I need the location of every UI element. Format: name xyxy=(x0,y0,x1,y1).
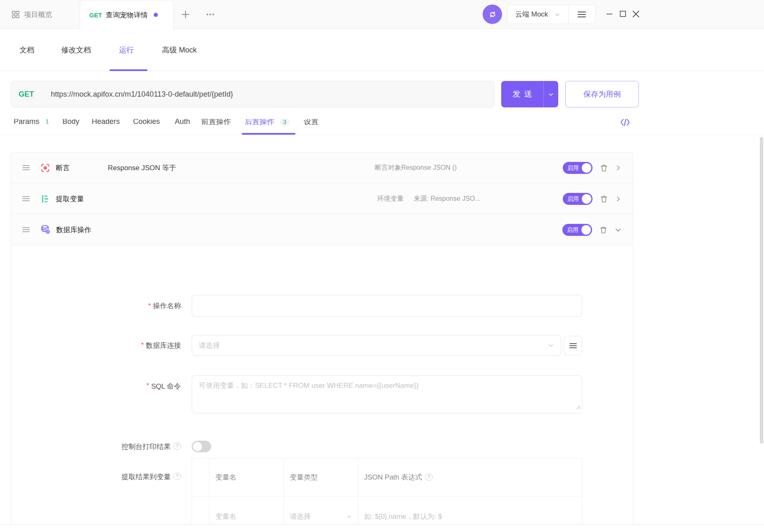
maximize-button[interactable] xyxy=(618,9,627,18)
enable-toggle-label: 启用 xyxy=(567,226,578,234)
minimize-button[interactable] xyxy=(605,9,614,18)
step-title: 断言 xyxy=(56,163,70,173)
drag-handle-icon[interactable] xyxy=(22,226,30,233)
url-input-group[interactable]: GET https://mock.apifox.cn/m1/1040113-0-… xyxy=(11,81,495,107)
project-overview-tab[interactable]: 项目概览 xyxy=(12,0,52,29)
request-tab-title: 查询宠物详情 xyxy=(106,10,148,20)
close-button[interactable] xyxy=(631,9,641,19)
required-marker: * xyxy=(146,382,149,390)
sql-label: SQL 命令 xyxy=(151,382,181,391)
toggle-knob xyxy=(582,163,591,173)
chevron-down-icon[interactable] xyxy=(554,11,561,18)
method-label[interactable]: GET xyxy=(19,90,44,99)
form-row-db-connection: * 数据库连接 请选择 xyxy=(11,335,582,356)
tab-docs[interactable]: 文档 xyxy=(19,29,34,71)
required-marker: * xyxy=(141,341,144,349)
chevron-down-icon xyxy=(615,227,621,233)
assertion-icon xyxy=(40,163,50,173)
extract-results-label: 提取结果到变量 xyxy=(121,472,171,482)
tab-list-button[interactable] xyxy=(205,0,216,29)
window-titlebar: 项目概览 GET 查询宠物详情 云端 Mock xyxy=(0,0,764,29)
console-print-label: 控制台打印结果 xyxy=(121,442,171,451)
collapse-step-button[interactable] xyxy=(615,227,621,233)
enable-toggle[interactable]: 启用 xyxy=(563,193,593,205)
database-icon xyxy=(40,224,51,235)
step-title: 数据库操作 xyxy=(56,225,91,235)
close-icon xyxy=(631,9,641,19)
step-row-assertion[interactable]: 断言 Response JSON 等于 断言对象Response JSON ()… xyxy=(11,152,633,183)
send-button-label: 发送 xyxy=(501,81,543,107)
tab-advanced-mock[interactable]: 高级 Mock xyxy=(162,29,197,71)
db-connection-placeholder: 请选择 xyxy=(199,341,220,350)
db-connection-select[interactable]: 请选择 xyxy=(192,335,561,356)
extract-scope-meta: 环境变量 xyxy=(377,183,404,214)
delete-step-button[interactable] xyxy=(599,226,608,234)
ellipsis-icon xyxy=(205,9,216,20)
help-icon[interactable]: ? xyxy=(425,473,433,481)
enable-toggle-label: 启用 xyxy=(567,195,579,203)
environment-value[interactable]: 云端 Mock xyxy=(515,10,548,19)
chevron-right-icon xyxy=(615,165,621,171)
help-icon[interactable]: ? xyxy=(174,473,181,480)
assertion-summary: Response JSON 等于 xyxy=(108,152,176,183)
enable-toggle[interactable]: 启用 xyxy=(563,162,593,174)
tab-edit-docs[interactable]: 修改文档 xyxy=(61,29,91,71)
form-row-sql: * SQL 命令 xyxy=(11,375,582,413)
active-request-tab[interactable]: GET 查询宠物详情 xyxy=(80,0,174,29)
drag-handle-icon[interactable] xyxy=(22,164,30,171)
hamburger-icon xyxy=(577,11,586,18)
main-menu-button[interactable] xyxy=(569,11,595,18)
minimize-icon xyxy=(605,9,614,18)
database-operation-form: * 操作名称 * 数据库连接 请选择 xyxy=(11,245,633,532)
step-row-database-operation[interactable]: 数据库操作 启用 xyxy=(11,214,633,245)
enable-toggle[interactable]: 启用 xyxy=(562,224,592,236)
assertion-target-meta: 断言对象Response JSON () xyxy=(375,152,457,183)
save-as-case-button[interactable]: 保存为用例 xyxy=(565,81,639,107)
panel-below xyxy=(0,525,764,532)
expand-step-button[interactable] xyxy=(615,165,621,171)
extract-variables-table: 变量名 变量类型 JSON Path 表达式 ? 变量名 请选择 xyxy=(192,458,582,532)
step-title: 提取变量 xyxy=(56,194,84,204)
grid-icon xyxy=(12,10,20,19)
operation-name-input[interactable] xyxy=(192,295,582,317)
maximize-icon xyxy=(618,9,627,18)
delete-step-button[interactable] xyxy=(600,195,608,203)
url-input[interactable]: https://mock.apifox.cn/m1/1040113-0-defa… xyxy=(51,90,233,99)
col-header-json-path: JSON Path 表达式 ? xyxy=(358,458,582,496)
send-button[interactable]: 发送 xyxy=(501,81,558,107)
step-row-extract-variable[interactable]: 提取变量 环境变量 来源: Response JSO... 启用 xyxy=(11,183,633,214)
extract-source-meta: 来源: Response JSO... xyxy=(414,183,481,214)
db-connection-label: 数据库连接 xyxy=(146,341,181,350)
vertical-scrollbar-thumb[interactable] xyxy=(760,137,763,444)
tab-run-label: 运行 xyxy=(119,45,134,55)
tab-run[interactable]: 运行 xyxy=(119,29,134,71)
new-tab-button[interactable] xyxy=(181,0,190,29)
operation-name-label: 操作名称 xyxy=(153,301,181,311)
send-options-chevron[interactable] xyxy=(543,81,558,107)
request-bar-section: GET https://mock.apifox.cn/m1/1040113-0-… xyxy=(0,71,764,119)
save-as-case-label: 保存为用例 xyxy=(583,89,621,99)
delete-step-button[interactable] xyxy=(600,164,608,172)
sync-button[interactable] xyxy=(483,5,502,24)
manage-connections-button[interactable] xyxy=(564,336,582,355)
chevron-right-icon xyxy=(615,196,621,202)
resize-handle[interactable] xyxy=(576,404,581,411)
drag-handle-icon[interactable] xyxy=(22,195,30,202)
form-row-operation-name: * 操作名称 xyxy=(11,295,582,317)
sql-command-textarea[interactable] xyxy=(192,375,582,413)
endpoint-nav-tabs: 文档 修改文档 运行 高级 Mock xyxy=(0,29,764,71)
chevron-down-icon xyxy=(346,513,352,519)
trash-icon xyxy=(600,195,608,203)
unsaved-dot-indicator xyxy=(154,13,158,17)
environment-selector: 云端 Mock xyxy=(507,5,595,24)
help-icon[interactable]: ? xyxy=(174,442,181,450)
generate-code-button[interactable] xyxy=(620,117,631,129)
table-corner-cell xyxy=(192,458,209,496)
sync-icon xyxy=(488,10,497,19)
hamburger-icon xyxy=(569,343,577,349)
col-header-variable-type: 变量类型 xyxy=(284,458,358,496)
plus-icon xyxy=(181,10,190,19)
expand-step-button[interactable] xyxy=(615,196,621,202)
project-overview-label: 项目概览 xyxy=(24,10,52,19)
console-print-toggle[interactable] xyxy=(192,441,211,452)
